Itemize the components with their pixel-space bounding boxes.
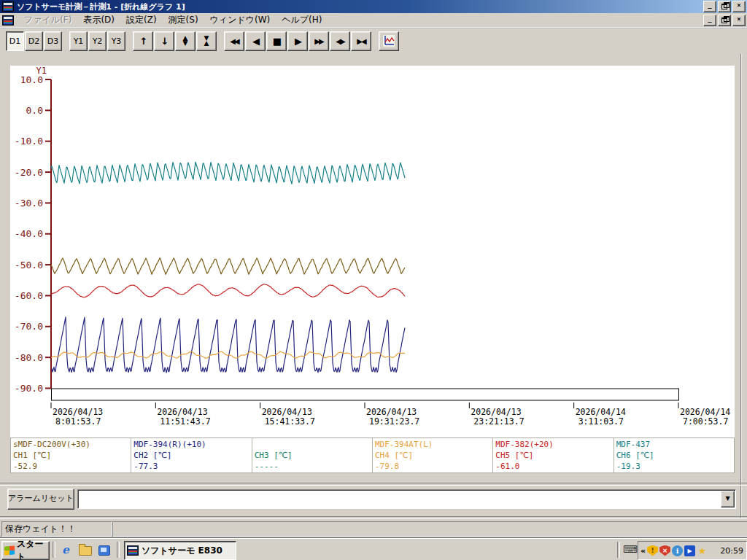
- data-set-2-button[interactable]: D2: [25, 31, 43, 51]
- info-tray-icon[interactable]: i: [672, 545, 683, 556]
- legend-cell-ch2[interactable]: MDF-394(R)(+10) CH2 [℃] -77.3: [131, 438, 252, 472]
- legend-cell-ch5[interactable]: MDF-382(+20) CH5 [℃] -61.0: [493, 438, 614, 472]
- x-tick-time: 7:00:53.7: [683, 416, 728, 427]
- x-tick-date: 2026/04/13: [53, 407, 103, 417]
- minimize-icon: _: [708, 1, 711, 9]
- compress-x-icon: ▶◀: [357, 36, 365, 46]
- warning-glyph: !: [651, 547, 654, 554]
- security-warning-icon[interactable]: !: [647, 545, 658, 556]
- step-forward-button[interactable]: ▶: [287, 31, 308, 51]
- mdi-restore-icon: [721, 18, 727, 23]
- taskbar-separator: [617, 542, 620, 558]
- mdi-close-button[interactable]: ×: [732, 15, 746, 26]
- favorites-tray-icon[interactable]: ★: [697, 545, 708, 556]
- rewind-button[interactable]: ◀◀: [224, 31, 244, 51]
- y-axis-3-button[interactable]: Y3: [107, 31, 125, 51]
- expand-x-button[interactable]: ◀▶: [330, 31, 350, 51]
- status-bar: 保存ウェイト！！: [0, 519, 747, 538]
- stop-button[interactable]: ■: [266, 31, 287, 51]
- legend-value: -52.9: [13, 461, 128, 472]
- alarm-reset-button[interactable]: アラームリセット: [7, 489, 74, 510]
- close-button[interactable]: ×: [732, 1, 746, 12]
- step-back-button[interactable]: ◀: [245, 31, 266, 51]
- alarm-combo-value: [80, 491, 721, 507]
- fast-forward-button[interactable]: ▶▶: [309, 31, 329, 51]
- line-graph: Y110.00.0-10.0-20.0-30.0-40.0-50.0-60.0-…: [10, 66, 735, 438]
- scale-button-group: ↑↓▲▼▼▲: [133, 31, 217, 51]
- line-graph-panel[interactable]: Y110.00.0-10.0-20.0-30.0-40.0-50.0-60.0-…: [10, 66, 735, 438]
- y-axis-2-button[interactable]: Y2: [88, 31, 107, 51]
- mdi-child-icon[interactable]: [2, 15, 14, 26]
- expand-y-icon: ▼: [183, 41, 188, 46]
- y-tick-label: -80.0: [15, 352, 43, 363]
- system-tray: « ! × i ▶ ★ 20:59: [638, 541, 747, 560]
- task-button-softthermo[interactable]: ソフトサーモ E830: [124, 541, 236, 560]
- stop-icon: ■: [273, 36, 280, 46]
- data-set-1-button[interactable]: D1: [6, 31, 24, 51]
- menu-measure[interactable]: 測定(S): [163, 13, 204, 27]
- compress-y-button[interactable]: ▼▲: [196, 31, 217, 51]
- transport-button-group: ◀◀◀■▶▶▶◀▶▶◀: [224, 31, 372, 51]
- scroll-up-icon: ↑: [140, 36, 147, 46]
- start-label: スタート: [17, 538, 49, 560]
- expand-x-icon: ◀▶: [336, 36, 344, 46]
- menu-settings[interactable]: 設定(Z): [120, 13, 163, 27]
- step-forward-icon: ▶: [295, 36, 301, 46]
- legend-title: MDF-382(+20): [495, 439, 611, 450]
- y-tick-label: -90.0: [15, 383, 43, 394]
- keyboard-glyph: ⌨: [623, 543, 638, 555]
- legend-channel: CH2 [℃]: [133, 450, 249, 461]
- expand-y-button[interactable]: ▲▼: [175, 31, 196, 51]
- status-message: 保存ウェイト！！: [1, 521, 112, 537]
- alarm-combo-dropdown-button[interactable]: ▼: [721, 491, 735, 508]
- legend-cell-ch1[interactable]: sMDF-DC200V(+30) CH1 [℃] -52.9: [11, 438, 131, 472]
- divider: [0, 483, 747, 486]
- y-axis-1-button[interactable]: Y1: [69, 31, 88, 51]
- x-tick-time: 11:51:43.7: [160, 416, 210, 427]
- scroll-up-button[interactable]: ↑: [133, 31, 153, 51]
- security-error-icon[interactable]: ×: [659, 545, 670, 556]
- restore-button[interactable]: [718, 1, 731, 12]
- x-tick-time: 15:41:33.7: [265, 416, 315, 427]
- legend-cell-ch6[interactable]: MDF-437 CH6 [℃] -19.3: [614, 438, 734, 472]
- data-set-3-button[interactable]: D3: [44, 31, 62, 51]
- minimize-button[interactable]: _: [703, 1, 716, 12]
- alarm-combobox[interactable]: ▼: [77, 489, 736, 509]
- graph-settings-button[interactable]: [379, 31, 399, 51]
- legend-value: -79.8: [375, 461, 490, 472]
- mdi-minimize-button[interactable]: _: [703, 15, 716, 26]
- x-tick-date: 2026/04/13: [157, 407, 207, 417]
- client-area-edge: [740, 54, 741, 518]
- restore-icon: [721, 4, 727, 9]
- keyboard-layout-icon[interactable]: ⌨: [623, 543, 638, 555]
- ie-glyph: e: [62, 543, 69, 556]
- media-tray-icon[interactable]: ▶: [684, 545, 695, 556]
- legend-cell-ch4[interactable]: MDF-394AT(L) CH4 [℃] -79.8: [373, 438, 493, 472]
- fast-forward-icon: ▶▶: [314, 36, 322, 46]
- legend-title: MDF-437: [616, 439, 732, 450]
- app-icon: [127, 545, 139, 556]
- series-line-ch5: [51, 284, 405, 298]
- desktop: { "window": { "title": "ソフトサーモ計測－計測1 - […: [0, 0, 747, 560]
- scroll-down-button[interactable]: ↓: [154, 31, 174, 51]
- star-glyph: ★: [698, 545, 707, 556]
- compress-x-button[interactable]: ▶◀: [351, 31, 371, 51]
- title-bar: ソフトサーモ計測－計測1 - [折れ線グラフ 1] _ ×: [0, 0, 747, 13]
- mdi-minimize-icon: _: [708, 15, 711, 23]
- show-desktop-icon[interactable]: [96, 542, 111, 557]
- start-button[interactable]: スタート: [1, 541, 50, 560]
- y-tick-label: -70.0: [15, 321, 43, 332]
- x-tick-date: 2026/04/13: [262, 407, 312, 417]
- menu-view[interactable]: 表示(D): [77, 13, 120, 27]
- menu-help[interactable]: ヘルプ(H): [276, 13, 328, 27]
- legend-channel: CH6 [℃]: [616, 450, 732, 461]
- legend-cell-ch3[interactable]: CH3 [℃] -----: [252, 438, 373, 472]
- data-set-1-label: D1: [9, 36, 20, 46]
- menu-window[interactable]: ウィンドウ(W): [204, 13, 276, 27]
- internet-explorer-icon[interactable]: e: [58, 542, 73, 557]
- folder-shortcut-icon[interactable]: [77, 542, 92, 557]
- legend-value: -61.0: [495, 461, 611, 472]
- mdi-restore-button[interactable]: [718, 15, 731, 26]
- channel-legend: sMDF-DC200V(+30) CH1 [℃] -52.9 MDF-394(R…: [10, 438, 735, 473]
- tray-collapse-icon[interactable]: «: [640, 546, 646, 556]
